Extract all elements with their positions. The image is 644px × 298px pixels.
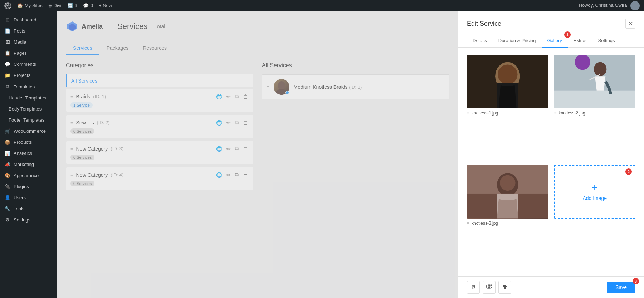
comment-icon: 💬	[83, 3, 89, 8]
new-link[interactable]: + New	[99, 3, 112, 8]
sidebar-item-dashboard[interactable]: ⊞ Dashboard	[0, 14, 57, 25]
sidebar-item-header-templates[interactable]: Header Templates	[0, 92, 57, 103]
tab-extras[interactable]: Extras	[568, 34, 592, 48]
divi-link[interactable]: ◈ Divi	[48, 3, 62, 8]
users-icon: 👤	[4, 195, 11, 200]
drag-handle-icon[interactable]: ≡	[70, 146, 73, 151]
category-item: ≡ New Category (ID: 3) 🌐 ✏ ⧉ 🗑	[66, 141, 253, 164]
category-globe-btn[interactable]: 🌐	[215, 171, 223, 179]
settings-icon: ⚙	[4, 217, 11, 223]
close-panel-button[interactable]: ✕	[625, 19, 635, 29]
save-service-button[interactable]: Save 3	[607, 282, 635, 293]
sidebar-item-tools[interactable]: 🔧 Tools	[0, 203, 57, 214]
divi-icon: ◈	[48, 3, 52, 8]
filename-handle-icon: ≡	[467, 221, 469, 226]
category-edit-btn[interactable]: ✏	[226, 145, 231, 152]
tab-details[interactable]: Details	[467, 34, 493, 48]
category-delete-btn[interactable]: 🗑	[242, 171, 249, 179]
drag-handle-icon[interactable]: ≡	[70, 94, 73, 99]
category-copy-btn[interactable]: ⧉	[234, 145, 239, 152]
hide-service-button[interactable]	[483, 281, 496, 294]
category-header: ≡ Sew Ins (ID: 2) 🌐 ✏ ⧉ 🗑	[70, 119, 249, 126]
page-content: Amelia Services 1 Total Services Package…	[57, 11, 458, 298]
service-drag-handle[interactable]: ≡	[267, 84, 269, 90]
edit-panel-header: Edit Service ✕	[458, 11, 644, 29]
filename-handle-icon: ≡	[467, 111, 469, 116]
sidebar-item-posts[interactable]: 📄 Posts	[0, 25, 57, 36]
svg-point-12	[575, 55, 590, 70]
category-copy-btn[interactable]: ⧉	[234, 171, 239, 179]
duplicate-service-button[interactable]: ⧉	[467, 281, 480, 294]
category-globe-btn[interactable]: 🌐	[215, 145, 223, 152]
sidebar-item-appearance[interactable]: 🎨 Appearance	[0, 170, 57, 181]
updates-link[interactable]: 🔄 6	[67, 3, 77, 8]
category-globe-btn[interactable]: 🌐	[215, 93, 223, 100]
category-header: ≡ Braids (ID: 1) 🌐 ✏ ⧉ 🗑	[70, 93, 249, 100]
sidebar-item-projects[interactable]: 📁 Projects	[0, 70, 57, 81]
sidebar-item-footer-templates[interactable]: Footer Templates	[0, 114, 57, 126]
category-edit-btn[interactable]: ✏	[226, 171, 231, 179]
home-icon: 🏠	[17, 3, 23, 8]
svg-point-16	[500, 175, 516, 191]
tab-resources[interactable]: Resources	[136, 41, 174, 55]
page-title-section: Services 1 Total	[117, 22, 165, 31]
comments-link[interactable]: 💬 0	[83, 3, 93, 8]
category-actions: 🌐 ✏ ⧉ 🗑	[215, 171, 249, 179]
category-edit-btn[interactable]: ✏	[226, 119, 231, 126]
eye-slash-icon	[486, 283, 492, 291]
service-item[interactable]: ≡ Medium Knotless Braids (ID: 1)	[262, 74, 449, 99]
tab-settings-edit[interactable]: Settings	[592, 34, 621, 48]
gallery-tab-badge: 1	[564, 31, 571, 38]
tab-packages[interactable]: Packages	[99, 41, 136, 55]
all-services-category[interactable]: All Services	[66, 74, 253, 87]
my-sites-link[interactable]: 🏠 My Sites	[17, 3, 43, 8]
user-greeting: Howdy, Christina Gwira	[579, 1, 640, 10]
updates-icon: 🔄	[67, 3, 73, 8]
category-name-row: ≡ Sew Ins (ID: 2)	[70, 120, 110, 126]
sidebar-item-settings[interactable]: ⚙ Settings	[0, 214, 57, 225]
category-globe-btn[interactable]: 🌐	[215, 119, 223, 126]
gallery-filename-row: ≡ knotless-1.jpg	[467, 111, 548, 116]
add-image-button[interactable]: 2 + Add Image	[554, 165, 636, 219]
drag-handle-icon[interactable]: ≡	[70, 120, 73, 125]
category-actions: 🌐 ✏ ⧉ 🗑	[215, 145, 249, 152]
gallery-image-3	[467, 165, 548, 219]
tab-gallery[interactable]: Gallery 1	[542, 34, 568, 48]
marketing-icon: 📣	[4, 162, 11, 167]
add-image-item: 2 + Add Image	[554, 165, 636, 269]
delete-service-button[interactable]: 🗑	[498, 281, 511, 294]
wp-logo[interactable]	[4, 2, 11, 9]
sidebar-item-woocommerce[interactable]: 🛒 WooCommerce	[0, 126, 57, 137]
all-services-title: All Services	[262, 62, 449, 69]
page-title: Services	[117, 22, 147, 31]
sidebar-item-media[interactable]: 🖼 Media	[0, 36, 57, 48]
sidebar-item-analytics[interactable]: 📊 Analytics	[0, 148, 57, 159]
category-delete-btn[interactable]: 🗑	[242, 119, 249, 126]
category-delete-btn[interactable]: 🗑	[242, 145, 249, 152]
admin-bar: 🏠 My Sites ◈ Divi 🔄 6 💬 0 + New Howdy, C…	[0, 0, 644, 11]
category-copy-btn[interactable]: ⧉	[234, 93, 239, 100]
sidebar-item-comments[interactable]: 💬 Comments	[0, 59, 57, 70]
sidebar-item-marketing[interactable]: 📣 Marketing	[0, 159, 57, 170]
service-avatar	[274, 79, 289, 95]
tab-services[interactable]: Services	[66, 41, 99, 55]
svg-point-11	[594, 62, 606, 77]
category-item: ≡ Sew Ins (ID: 2) 🌐 ✏ ⧉ 🗑	[66, 115, 253, 138]
category-name-row: ≡ Braids (ID: 1)	[70, 94, 106, 99]
category-edit-btn[interactable]: ✏	[226, 93, 231, 100]
sidebar-item-plugins[interactable]: 🔌 Plugins	[0, 181, 57, 192]
category-actions: 🌐 ✏ ⧉ 🗑	[215, 119, 249, 126]
drag-handle-icon[interactable]: ≡	[70, 172, 73, 177]
category-delete-btn[interactable]: 🗑	[242, 93, 249, 100]
sidebar-item-products[interactable]: 📦 Products	[0, 137, 57, 148]
all-services-panel: All Services ≡ Medium Knotless Braids (I…	[262, 62, 449, 193]
gallery-grid: ≡ knotless-1.jpg	[458, 48, 644, 276]
projects-icon: 📁	[4, 73, 11, 78]
sidebar-item-body-templates[interactable]: Body Templates	[0, 103, 57, 114]
add-image-plus-icon: +	[592, 182, 597, 192]
sidebar-item-users[interactable]: 👤 Users	[0, 192, 57, 203]
sidebar-item-pages[interactable]: 📋 Pages	[0, 48, 57, 59]
sidebar-item-templates[interactable]: ⧉ Templates	[0, 81, 57, 92]
tab-duration-pricing[interactable]: Duration & Pricing	[493, 34, 542, 48]
category-copy-btn[interactable]: ⧉	[234, 119, 239, 126]
